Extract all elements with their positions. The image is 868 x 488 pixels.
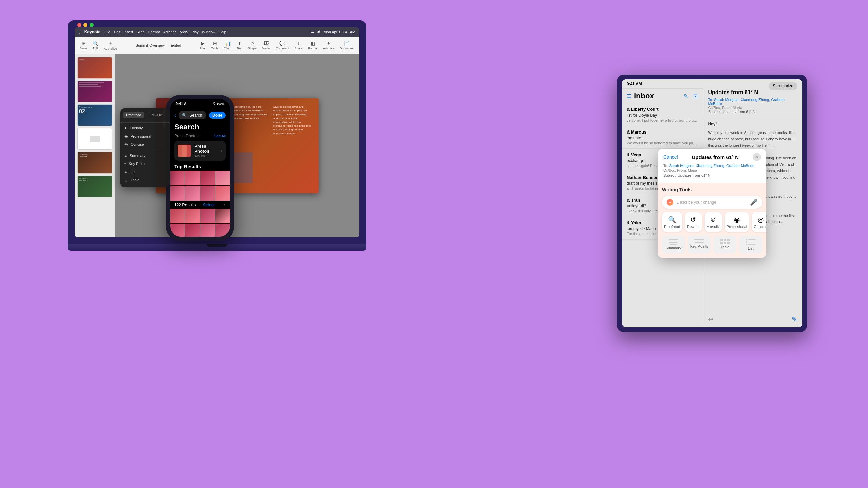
iwt-cancel-btn[interactable]: Cancel <box>663 154 678 160</box>
iwt-rewrite-btn[interactable]: ↺ Rewrite <box>685 212 702 232</box>
iphone-search-bar[interactable]: 🔍 Search <box>179 111 206 119</box>
album-thumbnail <box>178 145 191 157</box>
sort-icon[interactable]: ↕ <box>224 203 226 207</box>
album-card[interactable]: Press Photos Album › <box>174 141 226 161</box>
iwt-input-placeholder[interactable]: Describe your change <box>677 200 750 205</box>
iphone-done-btn[interactable]: Done <box>209 112 226 119</box>
slide-panel[interactable]: topics Environment 0 <box>75 54 115 237</box>
iwt-close-icon[interactable]: ✕ <box>753 153 761 161</box>
iwt-professional-btn[interactable]: ◉ Professional <box>725 212 749 232</box>
iwt-proofread-btn[interactable]: 🔍 Proofread <box>662 212 682 232</box>
wt-item-keypoints[interactable]: • Key Points <box>120 160 170 168</box>
photo-4[interactable] <box>215 171 230 185</box>
iwt-input-row[interactable]: ✦ Describe your change 🎤 <box>662 196 762 209</box>
slide-thumb-4[interactable] <box>77 128 112 150</box>
result-photo-6[interactable] <box>185 224 200 237</box>
format-btn[interactable]: ◧ Format <box>306 40 319 51</box>
toolbar-right-group: ▶ Play ⊟ Table 📊 Chart T <box>198 40 355 51</box>
table-card-label: Table <box>715 245 734 249</box>
traffic-light-close[interactable] <box>77 23 81 27</box>
slide-thumb-1[interactable]: topics <box>77 57 112 79</box>
text-btn[interactable]: T Text <box>235 40 244 51</box>
table-btn[interactable]: ⊟ Table <box>210 40 220 51</box>
iwt-concise-btn[interactable]: ◎ Concise <box>752 212 766 232</box>
menubar-right: ▪▪▪ ⌘ Mon Apr 1 9:41 AM <box>311 30 355 34</box>
menu-slide[interactable]: Slide <box>136 30 144 34</box>
photo-2[interactable] <box>185 171 200 185</box>
menu-format[interactable]: Format <box>148 30 160 34</box>
wt-tab-proofread[interactable]: Proofread <box>123 112 144 118</box>
media-btn[interactable]: 🖼 Media <box>260 40 272 51</box>
results-grid <box>170 209 230 237</box>
wt-item-friendly[interactable]: ● Friendly <box>120 124 170 132</box>
menu-help[interactable]: Help <box>219 30 226 34</box>
slide-thumb-5[interactable]: Reducing Footprint <box>77 152 112 174</box>
search-magnifier-icon: 🔍 <box>182 113 187 118</box>
photo-7[interactable] <box>200 186 215 200</box>
slide-col-1: When combined, the core values of circul… <box>231 105 269 136</box>
wt-item-professional[interactable]: ◉ Professional <box>120 132 170 140</box>
result-photo-4[interactable] <box>215 209 230 223</box>
menu-play[interactable]: Play <box>191 30 198 34</box>
add-slide-btn[interactable]: ＋ Add Slide <box>102 39 119 52</box>
result-photo-2[interactable] <box>185 209 200 223</box>
menu-view[interactable]: View <box>180 30 188 34</box>
menu-file[interactable]: File <box>104 30 111 34</box>
wt-item-summary[interactable]: ≡ Summary <box>120 151 170 160</box>
share-btn[interactable]: ↑ Share <box>293 40 304 51</box>
traffic-light-minimize[interactable] <box>83 23 87 27</box>
traffic-light-maximize[interactable] <box>90 23 94 27</box>
iwt-to-row: To: Sarah Murguia, Xiaomeng Zhong, Graha… <box>663 164 761 168</box>
menu-insert[interactable]: Insert <box>124 30 133 34</box>
iwt-card-summary[interactable]: Summary <box>662 236 685 254</box>
comment-btn[interactable]: 💬 Comment <box>274 40 291 51</box>
iwt-mic-icon[interactable]: 🎤 <box>750 199 757 206</box>
wt-item-list[interactable]: ≡ List <box>120 168 170 176</box>
overlay-backdrop: Cancel Updates from 61° N ✕ To: Sarah Mu… <box>622 79 802 327</box>
result-photo-7[interactable] <box>200 224 215 237</box>
menu-arrange[interactable]: Arrange <box>163 30 177 34</box>
results-header: 122 Results Select ↕ <box>174 203 226 207</box>
wt-tab-rewrite[interactable]: Rewrite <box>146 112 167 118</box>
wt-tabs: Proofread Rewrite <box>120 112 170 121</box>
zoom-control[interactable]: 🔍 41% <box>91 40 100 51</box>
iwt-card-keypoints[interactable]: Key Points <box>688 236 711 254</box>
menubar-left:  Keynote File Edit Insert Slide Format … <box>79 29 226 35</box>
result-photo-8[interactable] <box>215 224 230 237</box>
photo-5[interactable] <box>170 186 185 200</box>
iphone-dynamic-island <box>186 101 214 108</box>
play-btn[interactable]: ▶ Play <box>198 40 208 51</box>
see-all-link[interactable]: See All <box>214 134 226 138</box>
menu-edit[interactable]: Edit <box>114 30 120 34</box>
slide-thumb-3[interactable]: Environment 02 <box>77 104 112 126</box>
photo-8[interactable] <box>215 186 230 200</box>
keynote-toolbar: ⊞ View 🔍 41% ＋ Add Slide Summit Overview… <box>75 37 359 54</box>
document-btn[interactable]: 📄 Document <box>338 40 355 51</box>
wt-item-table[interactable]: ⊞ Table <box>120 176 170 184</box>
list-icon: ≡ <box>124 169 127 174</box>
slide-thumb-2[interactable] <box>77 81 112 102</box>
iwt-friendly-btn[interactable]: ☺ Friendly <box>705 212 722 232</box>
summary-icon: ≡ <box>124 153 127 158</box>
menubar-app[interactable]: Keynote <box>84 29 100 34</box>
chart-btn[interactable]: 📊 Chart <box>222 40 233 51</box>
results-select[interactable]: Select <box>203 203 214 207</box>
shape-btn[interactable]: ◇ Shape <box>246 40 258 51</box>
iwt-card-list[interactable]: List <box>739 236 762 254</box>
proofread-btn-label: Proofread <box>664 225 680 229</box>
photo-3[interactable] <box>200 171 215 185</box>
result-photo-1[interactable] <box>170 209 185 223</box>
iwt-card-table[interactable]: Table <box>713 236 736 254</box>
iphone-search-input[interactable]: Search <box>189 113 203 118</box>
iwt-modal-title: Updates from 61° N <box>692 154 739 160</box>
result-photo-3[interactable] <box>200 209 215 223</box>
slide-thumb-6[interactable]: Promoting Efficiency <box>77 176 112 197</box>
photo-1[interactable] <box>170 171 185 185</box>
iphone-back-btn[interactable]: ‹ <box>174 112 176 118</box>
menu-window[interactable]: Window <box>202 30 215 34</box>
wt-item-concise[interactable]: ◎ Concise <box>120 140 170 148</box>
animate-btn[interactable]: ✦ Animate <box>321 40 336 51</box>
photo-6[interactable] <box>185 186 200 200</box>
result-photo-5[interactable] <box>170 224 185 237</box>
view-btn[interactable]: ⊞ View <box>79 40 88 51</box>
